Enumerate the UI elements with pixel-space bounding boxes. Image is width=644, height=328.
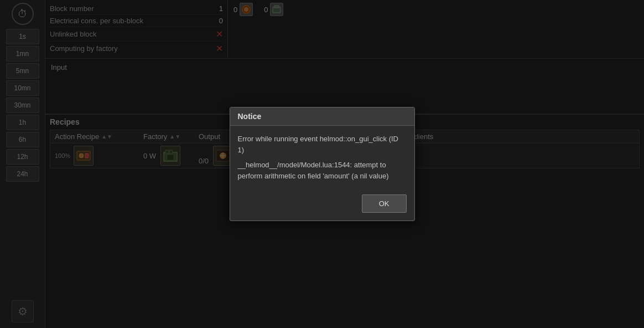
modal-overlay: Notice Error while running event helmod:… [0, 0, 644, 328]
modal-message-line2: __helmod__/model/Model.lua:1544: attempt… [238, 160, 407, 181]
modal-title: Notice [230, 107, 414, 126]
modal-footer: OK [230, 189, 414, 221]
modal-message-line1: Error while running event helmod::on_gui… [238, 134, 407, 155]
ok-button[interactable]: OK [362, 194, 407, 213]
modal-body: Error while running event helmod::on_gui… [230, 126, 414, 189]
notice-modal: Notice Error while running event helmod:… [230, 107, 415, 221]
